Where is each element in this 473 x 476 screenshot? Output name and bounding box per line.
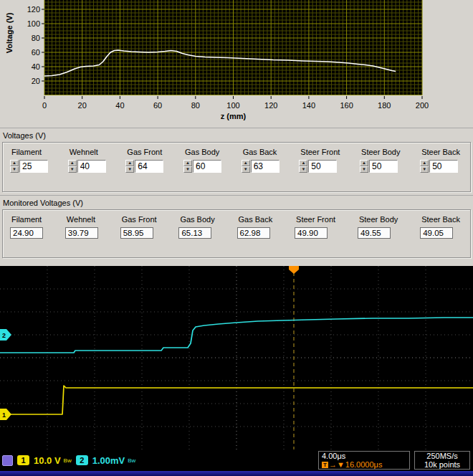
increment-icon[interactable]: ▲ (360, 160, 368, 166)
voltage-input-steer-front[interactable] (308, 160, 337, 173)
spinner: ▲ ▼ (299, 160, 307, 173)
ch2-badge[interactable]: 2 (76, 455, 88, 465)
ch2-bandwidth-icon: Bw (128, 457, 135, 464)
oscilloscope: 12 1 10.0 V Bw 2 1.00mV Bw 4.00μs T →▼ 1… (0, 266, 473, 476)
ch1-bandwidth-icon: Bw (64, 457, 72, 464)
svg-text:200: 200 (416, 101, 429, 110)
increment-icon[interactable]: ▲ (420, 160, 429, 166)
svg-text:120: 120 (27, 5, 40, 14)
svg-text:80: 80 (32, 34, 40, 42)
y-axis-title: Voltage (V) (5, 5, 14, 61)
voltage-input-wehnelt[interactable] (77, 160, 106, 173)
voltage-input-gas-front[interactable] (135, 160, 163, 173)
control-label: Steer Body (361, 148, 400, 156)
monitored-value-gas-body: 65.13 (178, 227, 211, 239)
trigger-time-value: 16.0000μs (345, 460, 383, 469)
monitored-wehnelt: Wehnelt 39.79 (65, 215, 98, 257)
x-axis-title: z (mm) (44, 112, 422, 120)
voltage-control-filament: Filament ▲ ▼ (10, 148, 48, 191)
voltages-section-title: Voltages (V) (0, 128, 473, 142)
indicator-label: Gas Front (122, 215, 157, 224)
control-label: Wehnelt (70, 148, 98, 156)
spinner: ▲ ▼ (242, 160, 250, 173)
svg-text:40: 40 (32, 62, 40, 71)
monitored-value-filament: 24.90 (10, 227, 43, 239)
monitored-value-steer-front: 49.90 (295, 227, 328, 239)
increment-icon[interactable]: ▲ (183, 160, 192, 166)
decrement-icon[interactable]: ▼ (360, 166, 368, 173)
beam-profile-plot: 2040608010012002040608010012014016018020… (0, 0, 473, 128)
voltage-input-steer-body[interactable] (369, 160, 398, 173)
voltage-input-gas-body[interactable] (193, 160, 221, 173)
monitored-groupbox: Filament 24.90 Wehnelt 39.79 Gas Front 5… (2, 209, 471, 258)
monitored-value-gas-front: 58.95 (120, 227, 153, 239)
spinner: ▲ ▼ (10, 160, 19, 173)
monitored-value-steer-back: 49.05 (420, 227, 453, 239)
increment-icon[interactable]: ▲ (242, 160, 250, 166)
trigger-arrow-icon: →▼ (329, 460, 345, 469)
decrement-icon[interactable]: ▼ (125, 166, 134, 173)
increment-icon[interactable]: ▲ (10, 160, 19, 166)
monitored-steer-back: Steer Back 49.05 (420, 215, 460, 257)
monitored-value-steer-body: 49.55 (358, 227, 391, 239)
indicator-label: Wehnelt (67, 215, 95, 224)
voltage-control-steer-front: Steer Front ▲ ▼ (299, 148, 340, 191)
control-label: Steer Front (300, 148, 340, 156)
timebase-readout-box: 4.00μs T →▼ 16.0000μs (318, 451, 410, 470)
scope-readout-bar: 1 10.0 V Bw 2 1.00mV Bw 4.00μs T →▼ 16.0… (0, 449, 473, 471)
ch1-scale-readout: 10.0 V (34, 455, 61, 466)
increment-icon[interactable]: ▲ (125, 160, 134, 166)
spinner: ▲ ▼ (183, 160, 192, 173)
svg-text:100: 100 (27, 19, 40, 28)
sample-rate-readout: 250MS/s (426, 452, 457, 460)
voltage-control-gas-front: Gas Front ▲ ▼ (125, 148, 163, 191)
svg-text:2: 2 (2, 332, 6, 339)
control-label: Filament (11, 148, 42, 156)
decrement-icon[interactable]: ▼ (242, 166, 250, 173)
svg-text:40: 40 (115, 101, 124, 110)
acquisition-readout-box: 250MS/s 10k points (414, 451, 470, 470)
decrement-icon[interactable]: ▼ (68, 166, 77, 173)
decrement-icon[interactable]: ▼ (299, 166, 307, 173)
instrument-panel: 2040608010012002040608010012014016018020… (0, 0, 473, 476)
trigger-t-icon: T (322, 462, 328, 468)
monitored-section-title: Monitored Voltages (V) (0, 195, 473, 209)
indicator-label: Filament (11, 215, 42, 224)
decrement-icon[interactable]: ▼ (183, 166, 192, 173)
voltage-control-gas-body: Gas Body ▲ ▼ (183, 148, 221, 191)
svg-text:20: 20 (32, 77, 40, 85)
voltage-input-steer-back[interactable] (429, 160, 458, 173)
scope-menu-icon[interactable] (2, 455, 13, 466)
monitored-value-wehnelt: 39.79 (65, 227, 98, 239)
bottom-strip (0, 471, 473, 476)
svg-text:60: 60 (153, 101, 162, 110)
svg-text:0: 0 (42, 101, 47, 110)
decrement-icon[interactable]: ▼ (10, 166, 19, 173)
voltage-control-gas-back: Gas Back ▲ ▼ (242, 148, 280, 191)
svg-text:160: 160 (340, 101, 353, 110)
increment-icon[interactable]: ▲ (68, 160, 77, 166)
svg-text:180: 180 (378, 101, 391, 110)
decrement-icon[interactable]: ▼ (420, 166, 429, 173)
svg-text:100: 100 (226, 101, 239, 110)
increment-icon[interactable]: ▲ (299, 160, 307, 166)
voltage-control-steer-body: Steer Body ▲ ▼ (360, 148, 400, 191)
monitored-filament: Filament 24.90 (10, 215, 43, 257)
monitored-gas-front: Gas Front 58.95 (120, 215, 157, 257)
ch1-badge[interactable]: 1 (17, 455, 29, 465)
scope-display: 12 (0, 266, 473, 449)
record-length-readout: 10k points (424, 460, 460, 469)
voltage-control-wehnelt: Wehnelt ▲ ▼ (68, 148, 106, 191)
voltage-input-filament[interactable] (19, 160, 48, 173)
svg-text:140: 140 (302, 101, 315, 110)
svg-text:20: 20 (78, 101, 87, 110)
voltages-groupbox: Filament ▲ ▼ Wehnelt ▲ ▼ Gas Front (2, 142, 471, 192)
indicator-label: Gas Back (239, 215, 273, 224)
monitored-steer-body: Steer Body 49.55 (358, 215, 398, 257)
indicator-label: Steer Body (359, 215, 398, 224)
spinner: ▲ ▼ (68, 160, 77, 173)
timebase-readout: 4.00μs (322, 452, 406, 460)
indicator-label: Steer Back (421, 215, 460, 224)
voltage-input-gas-back[interactable] (251, 160, 280, 173)
indicator-label: Steer Front (296, 215, 335, 224)
